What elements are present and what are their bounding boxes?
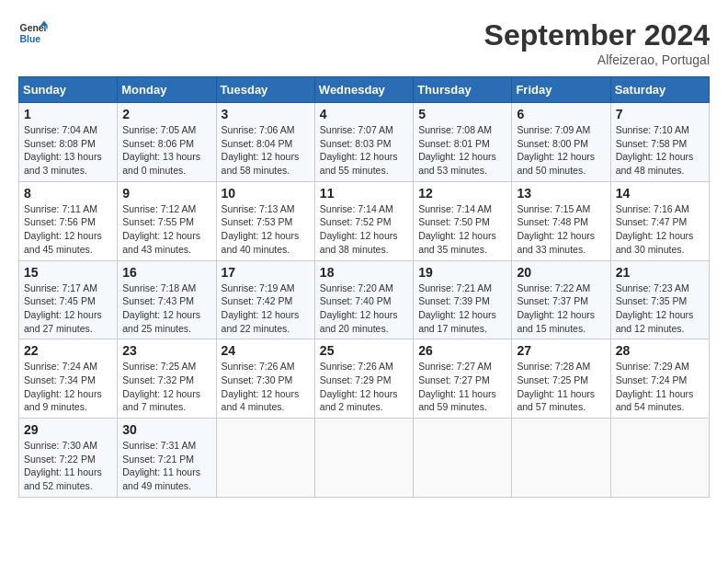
day-number: 23 — [122, 343, 210, 358]
day-number: 21 — [616, 265, 704, 280]
day-number: 18 — [320, 265, 408, 280]
svg-text:Blue: Blue — [20, 34, 41, 44]
day-info: Sunrise: 7:08 AMSunset: 8:01 PMDaylight:… — [418, 123, 506, 178]
day-info: Sunrise: 7:26 AMSunset: 7:29 PMDaylight:… — [320, 360, 408, 414]
calendar-cell: 13Sunrise: 7:15 AMSunset: 7:48 PMDayligh… — [512, 181, 610, 260]
day-number: 10 — [222, 186, 310, 201]
day-info: Sunrise: 7:17 AMSunset: 7:45 PMDaylight:… — [24, 282, 112, 336]
day-info: Sunrise: 7:31 AMSunset: 7:21 PMDaylight:… — [122, 439, 210, 493]
day-info: Sunrise: 7:15 AMSunset: 7:48 PMDaylight:… — [517, 202, 605, 257]
weekday-header-wednesday: Wednesday — [314, 77, 413, 103]
calendar-cell: 1Sunrise: 7:04 AMSunset: 8:08 PMDaylight… — [19, 103, 118, 182]
calendar-cell: 9Sunrise: 7:12 AMSunset: 7:55 PMDaylight… — [118, 181, 216, 260]
day-info: Sunrise: 7:21 AMSunset: 7:39 PMDaylight:… — [418, 282, 506, 336]
day-info: Sunrise: 7:06 AMSunset: 8:04 PMDaylight:… — [222, 123, 310, 178]
day-info: Sunrise: 7:22 AMSunset: 7:37 PMDaylight:… — [517, 282, 605, 336]
day-number: 13 — [517, 186, 605, 201]
week-row-5: 29Sunrise: 7:30 AMSunset: 7:22 PMDayligh… — [19, 419, 710, 498]
calendar-cell: 12Sunrise: 7:14 AMSunset: 7:50 PMDayligh… — [414, 181, 512, 260]
logo: General Blue — [18, 18, 48, 48]
calendar-cell: 22Sunrise: 7:24 AMSunset: 7:34 PMDayligh… — [19, 339, 118, 419]
day-info: Sunrise: 7:10 AMSunset: 7:58 PMDaylight:… — [616, 123, 704, 178]
calendar-cell: 29Sunrise: 7:30 AMSunset: 7:22 PMDayligh… — [19, 419, 118, 498]
day-number: 15 — [24, 265, 112, 280]
week-row-4: 22Sunrise: 7:24 AMSunset: 7:34 PMDayligh… — [19, 339, 710, 419]
calendar-cell: 14Sunrise: 7:16 AMSunset: 7:47 PMDayligh… — [610, 181, 709, 260]
calendar-cell: 26Sunrise: 7:27 AMSunset: 7:27 PMDayligh… — [414, 339, 512, 419]
weekday-header-thursday: Thursday — [414, 77, 512, 103]
day-number: 19 — [418, 265, 506, 280]
day-info: Sunrise: 7:07 AMSunset: 8:03 PMDaylight:… — [320, 123, 408, 178]
calendar-cell: 19Sunrise: 7:21 AMSunset: 7:39 PMDayligh… — [414, 260, 512, 339]
day-number: 25 — [320, 343, 408, 358]
calendar-cell: 23Sunrise: 7:25 AMSunset: 7:32 PMDayligh… — [118, 339, 216, 419]
day-info: Sunrise: 7:20 AMSunset: 7:40 PMDaylight:… — [320, 282, 408, 336]
location: Alfeizerao, Portugal — [484, 52, 710, 67]
page-header: General Blue September 2024 Alfeizerao, … — [18, 18, 710, 67]
day-info: Sunrise: 7:12 AMSunset: 7:55 PMDaylight:… — [122, 202, 210, 257]
calendar-cell: 28Sunrise: 7:29 AMSunset: 7:24 PMDayligh… — [610, 339, 709, 419]
calendar-cell — [216, 419, 314, 498]
day-info: Sunrise: 7:04 AMSunset: 8:08 PMDaylight:… — [24, 123, 112, 178]
calendar-cell: 17Sunrise: 7:19 AMSunset: 7:42 PMDayligh… — [216, 260, 314, 339]
day-number: 12 — [418, 186, 506, 201]
day-info: Sunrise: 7:16 AMSunset: 7:47 PMDaylight:… — [616, 202, 704, 257]
calendar-cell: 10Sunrise: 7:13 AMSunset: 7:53 PMDayligh… — [216, 181, 314, 260]
day-info: Sunrise: 7:28 AMSunset: 7:25 PMDaylight:… — [517, 360, 605, 414]
day-number: 7 — [616, 107, 704, 121]
day-info: Sunrise: 7:19 AMSunset: 7:42 PMDaylight:… — [222, 282, 310, 336]
calendar-cell: 4Sunrise: 7:07 AMSunset: 8:03 PMDaylight… — [314, 103, 413, 182]
calendar-cell — [414, 419, 512, 498]
day-number: 24 — [222, 343, 310, 358]
day-info: Sunrise: 7:27 AMSunset: 7:27 PMDaylight:… — [418, 360, 506, 414]
calendar-cell: 24Sunrise: 7:26 AMSunset: 7:30 PMDayligh… — [216, 339, 314, 419]
calendar-cell — [610, 419, 709, 498]
day-number: 30 — [122, 422, 210, 437]
calendar-cell: 30Sunrise: 7:31 AMSunset: 7:21 PMDayligh… — [118, 419, 216, 498]
calendar-cell: 20Sunrise: 7:22 AMSunset: 7:37 PMDayligh… — [512, 260, 610, 339]
day-info: Sunrise: 7:26 AMSunset: 7:30 PMDaylight:… — [222, 360, 310, 414]
month-title: September 2024 — [484, 18, 710, 52]
calendar-cell — [314, 419, 413, 498]
day-info: Sunrise: 7:18 AMSunset: 7:43 PMDaylight:… — [122, 282, 210, 336]
day-number: 1 — [24, 107, 112, 121]
day-number: 5 — [418, 107, 506, 121]
day-number: 28 — [616, 343, 704, 358]
calendar-cell: 2Sunrise: 7:05 AMSunset: 8:06 PMDaylight… — [118, 103, 216, 182]
day-number: 4 — [320, 107, 408, 121]
day-info: Sunrise: 7:23 AMSunset: 7:35 PMDaylight:… — [616, 282, 704, 336]
week-row-2: 8Sunrise: 7:11 AMSunset: 7:56 PMDaylight… — [19, 181, 710, 260]
weekday-header-monday: Monday — [118, 77, 216, 103]
calendar-cell: 27Sunrise: 7:28 AMSunset: 7:25 PMDayligh… — [512, 339, 610, 419]
day-info: Sunrise: 7:24 AMSunset: 7:34 PMDaylight:… — [24, 360, 112, 414]
day-number: 20 — [517, 265, 605, 280]
day-number: 17 — [222, 265, 310, 280]
calendar-cell: 16Sunrise: 7:18 AMSunset: 7:43 PMDayligh… — [118, 260, 216, 339]
weekday-header-friday: Friday — [512, 77, 610, 103]
day-info: Sunrise: 7:25 AMSunset: 7:32 PMDaylight:… — [122, 360, 210, 414]
day-number: 26 — [418, 343, 506, 358]
calendar-cell: 7Sunrise: 7:10 AMSunset: 7:58 PMDaylight… — [610, 103, 709, 182]
calendar-cell: 5Sunrise: 7:08 AMSunset: 8:01 PMDaylight… — [414, 103, 512, 182]
day-info: Sunrise: 7:30 AMSunset: 7:22 PMDaylight:… — [24, 439, 112, 493]
calendar-cell: 11Sunrise: 7:14 AMSunset: 7:52 PMDayligh… — [314, 181, 413, 260]
week-row-1: 1Sunrise: 7:04 AMSunset: 8:08 PMDaylight… — [19, 103, 710, 182]
calendar-cell: 3Sunrise: 7:06 AMSunset: 8:04 PMDaylight… — [216, 103, 314, 182]
title-area: September 2024 Alfeizerao, Portugal — [484, 18, 710, 67]
calendar-cell: 8Sunrise: 7:11 AMSunset: 7:56 PMDaylight… — [19, 181, 118, 260]
day-number: 22 — [24, 343, 112, 358]
logo-icon: General Blue — [18, 18, 48, 48]
week-row-3: 15Sunrise: 7:17 AMSunset: 7:45 PMDayligh… — [19, 260, 710, 339]
weekday-header-tuesday: Tuesday — [216, 77, 314, 103]
calendar-cell: 18Sunrise: 7:20 AMSunset: 7:40 PMDayligh… — [314, 260, 413, 339]
day-info: Sunrise: 7:29 AMSunset: 7:24 PMDaylight:… — [616, 360, 704, 414]
day-info: Sunrise: 7:14 AMSunset: 7:50 PMDaylight:… — [418, 202, 506, 257]
calendar-cell: 15Sunrise: 7:17 AMSunset: 7:45 PMDayligh… — [19, 260, 118, 339]
day-info: Sunrise: 7:05 AMSunset: 8:06 PMDaylight:… — [122, 123, 210, 178]
day-number: 27 — [517, 343, 605, 358]
calendar-cell: 21Sunrise: 7:23 AMSunset: 7:35 PMDayligh… — [610, 260, 709, 339]
day-info: Sunrise: 7:13 AMSunset: 7:53 PMDaylight:… — [222, 202, 310, 257]
weekday-header-row: SundayMondayTuesdayWednesdayThursdayFrid… — [19, 77, 710, 103]
day-number: 14 — [616, 186, 704, 201]
day-number: 29 — [24, 422, 112, 437]
